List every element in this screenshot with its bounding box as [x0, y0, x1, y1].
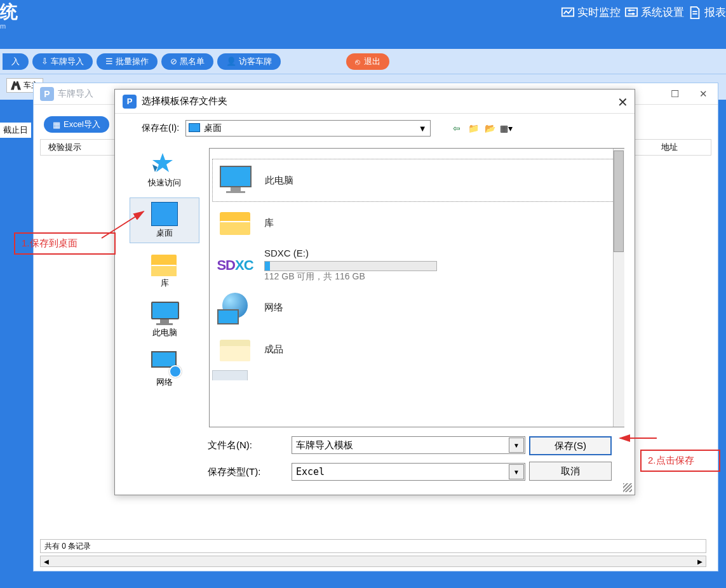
status-bar: 共有 0 条记录	[40, 539, 706, 553]
batch-ops-button[interactable]: ☰批量操作	[97, 53, 158, 70]
place-network[interactable]: 网络	[130, 347, 199, 392]
sliders-icon	[624, 6, 638, 20]
pc-icon	[218, 166, 253, 195]
excel-import-button[interactable]: ▦Excel导入	[44, 116, 109, 133]
exit-button[interactable]: ⎋退出	[346, 53, 389, 70]
place-library[interactable]: 库	[130, 248, 199, 293]
plate-import-button[interactable]: ⇩车牌导入	[32, 53, 93, 70]
monitor-button[interactable]: 实时监控	[561, 5, 621, 20]
network-icon	[217, 293, 253, 322]
top-header: 统 m 实时监控 系统设置 报表	[0, 0, 726, 49]
file-list-scrollbar[interactable]	[613, 149, 624, 427]
resize-grip[interactable]	[623, 483, 632, 492]
dialog-close-button[interactable]: ✕	[617, 95, 628, 110]
visitor-icon: 👤	[226, 57, 236, 66]
toolbar: 入 ⇩车牌导入 ☰批量操作 ⊘黑名单 👤访客车牌 ⎋退出	[0, 49, 726, 74]
close-button[interactable]: ✕	[689, 83, 718, 105]
filetype-dropdown-arrow[interactable]: ▼	[509, 464, 524, 479]
binoculars-icon	[11, 81, 21, 90]
subwin-title: 车牌导入	[58, 88, 93, 100]
view-menu-icon[interactable]: ▦▾	[499, 122, 513, 135]
library-icon	[151, 252, 178, 276]
network-icon	[151, 351, 178, 375]
document-icon	[688, 6, 702, 20]
table-icon: ▦	[53, 120, 60, 130]
settings-button[interactable]: 系统设置	[624, 5, 684, 20]
cancel-button[interactable]: 取消	[529, 462, 612, 481]
save-in-row: 保存在(I): ▼ ⇦ 📁 📂 ▦▾	[142, 120, 624, 137]
star-icon	[151, 152, 178, 176]
place-desktop[interactable]: 桌面	[130, 197, 199, 243]
app-logo-text: 统	[0, 0, 18, 24]
cutoff-date-label: 截止日	[0, 123, 31, 138]
item-network[interactable]: 网络	[212, 286, 622, 328]
maximize-button[interactable]: ☐	[661, 83, 689, 105]
item-partial-icon	[212, 370, 248, 380]
svg-rect-1	[626, 8, 637, 16]
save-in-select[interactable]	[185, 120, 431, 137]
reports-button[interactable]: 报表	[688, 5, 726, 20]
filename-dropdown-arrow[interactable]: ▼	[509, 438, 524, 453]
save-in-label: 保存在(I):	[142, 123, 179, 134]
pc-icon	[151, 302, 178, 326]
item-this-pc[interactable]: 此电脑	[212, 159, 622, 202]
save-dialog: P 选择模板保存文件夹 ✕ 保存在(I): ▼ ⇦ 📁 📂 ▦▾	[114, 89, 635, 495]
desktop-icon	[151, 202, 178, 226]
folder-icon	[217, 335, 253, 364]
visitor-plate-button[interactable]: 👤访客车牌	[217, 53, 281, 70]
list-icon: ☰	[105, 57, 113, 66]
dialog-title-bar: P 选择模板保存文件夹	[115, 90, 635, 114]
dialog-title: 选择模板保存文件夹	[142, 95, 227, 107]
blacklist-icon: ⊘	[170, 57, 177, 66]
filetype-select[interactable]	[292, 463, 525, 481]
p-icon: P	[123, 95, 137, 109]
new-folder-icon[interactable]: 📂	[483, 122, 497, 135]
place-this-pc[interactable]: 此电脑	[130, 298, 199, 342]
reports-label: 报表	[704, 5, 726, 20]
storage-bar	[264, 261, 437, 271]
filename-input[interactable]	[292, 436, 525, 454]
app-logo-sub: m	[0, 22, 6, 30]
col-address: 地址	[654, 142, 685, 153]
scroll-thumb[interactable]	[614, 150, 624, 252]
filename-label: 文件名(N):	[208, 439, 278, 451]
chart-icon	[561, 6, 575, 20]
window-controls: ☐ ✕	[661, 83, 718, 105]
download-icon: ⇩	[41, 57, 48, 66]
dialog-bottom: 文件名(N): ▼ 保存类型(T): ▼ 保存(S) 取消	[125, 427, 624, 490]
svg-point-4	[628, 9, 631, 11]
settings-label: 系统设置	[641, 5, 684, 20]
annotation-step-2: 2.点击保存	[640, 450, 720, 472]
save-button[interactable]: 保存(S)	[529, 436, 612, 455]
col-validation: 校验提示	[41, 142, 89, 153]
place-quick-access[interactable]: 快速访问	[130, 148, 199, 192]
blacklist-button[interactable]: ⊘黑名单	[161, 53, 213, 70]
scroll-left-arrow[interactable]: ◄	[41, 556, 52, 566]
places-bar: 快速访问 桌面 库 此电脑 网络	[125, 148, 204, 427]
annotation-step-1: 1.保存到桌面	[14, 232, 116, 255]
item-library[interactable]: 库	[212, 202, 622, 244]
horizontal-scrollbar[interactable]: ◄ ►	[40, 556, 706, 567]
library-icon	[217, 208, 253, 237]
item-product[interactable]: 成品	[212, 328, 622, 370]
file-list[interactable]: 此电脑 库 SDXC SDXC (E:) 112 GB 可用，共 116 GB	[209, 148, 624, 427]
item-sdxc[interactable]: SDXC SDXC (E:) 112 GB 可用，共 116 GB	[212, 244, 622, 286]
back-icon[interactable]: ⇦	[450, 122, 464, 135]
p-icon: P	[40, 87, 54, 101]
exit-icon: ⎋	[355, 57, 360, 67]
scroll-right-arrow[interactable]: ►	[694, 556, 706, 566]
up-folder-icon[interactable]: 📁	[466, 122, 480, 135]
sd-icon: SDXC	[217, 257, 253, 274]
toolbar-item-1[interactable]: 入	[3, 53, 29, 70]
monitor-label: 实时监控	[577, 5, 621, 20]
desktop-icon	[189, 123, 200, 132]
svg-point-5	[632, 13, 635, 15]
filetype-label: 保存类型(T):	[208, 466, 278, 478]
